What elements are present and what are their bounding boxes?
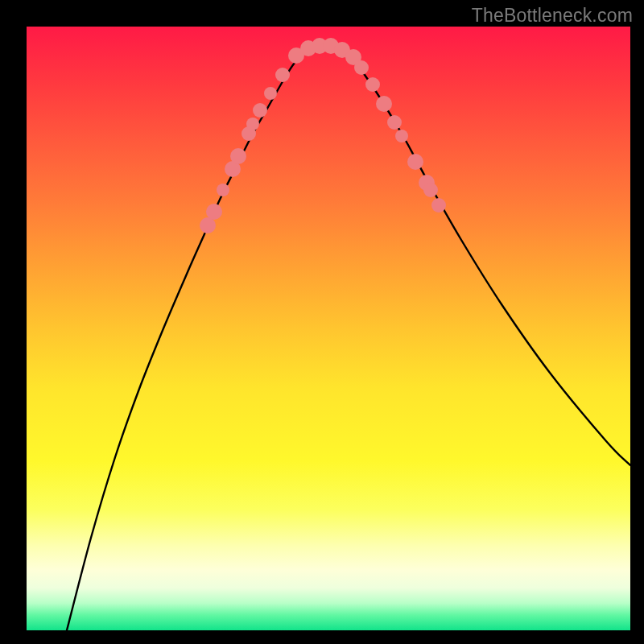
data-marker — [431, 198, 446, 213]
data-marker — [253, 103, 267, 118]
data-marker — [230, 148, 246, 164]
bottleneck-curve — [67, 45, 630, 630]
chart-frame: TheBottleneck.com — [0, 0, 644, 644]
data-marker — [200, 217, 216, 233]
data-marker — [275, 68, 290, 82]
data-marker — [395, 130, 408, 142]
data-marker — [246, 118, 259, 130]
data-marker — [423, 183, 438, 197]
data-marker — [217, 184, 229, 196]
data-marker — [407, 154, 423, 170]
curve-svg — [27, 27, 630, 630]
watermark-text: TheBottleneck.com — [472, 5, 633, 27]
data-marker — [376, 96, 392, 112]
data-marker — [365, 77, 380, 92]
data-marker — [387, 115, 402, 130]
data-markers — [200, 38, 446, 233]
plot-area — [27, 27, 630, 630]
data-marker — [354, 60, 369, 75]
data-marker — [264, 87, 277, 100]
data-marker — [206, 204, 222, 220]
